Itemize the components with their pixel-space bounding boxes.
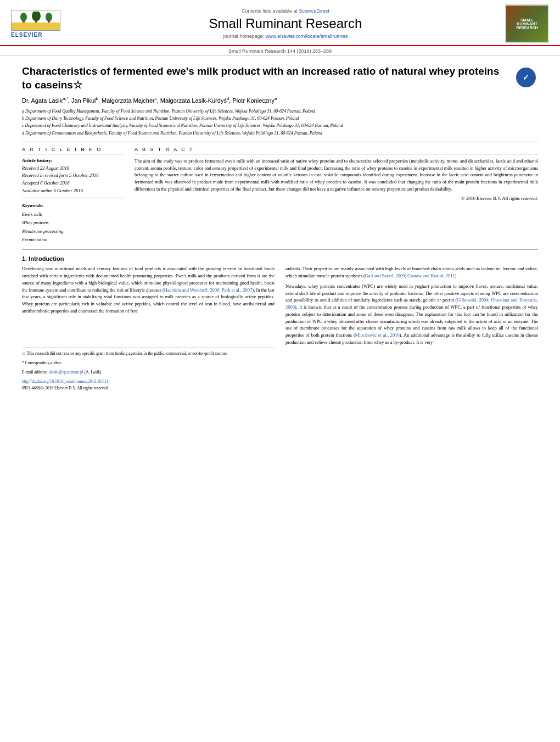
affiliation-a: a Department of Food Quality Management,… — [22, 108, 538, 114]
copyright: © 2016 Elsevier B.V. All rights reserved… — [135, 195, 538, 202]
journal-homepage: journal homepage: www.elsevier.com/locat… — [74, 34, 497, 39]
contents-available: Contents lists available at ScienceDirec… — [74, 8, 497, 14]
homepage-url[interactable]: www.elsevier.com/locate/smallrumres — [266, 34, 348, 39]
article-title: Characteristics of fermented ewe's milk … — [22, 65, 508, 92]
footnote-star: ☆ This research did not receive any spec… — [22, 350, 275, 356]
footnotes: ☆ This research did not receive any spec… — [22, 348, 275, 376]
svg-rect-3 — [23, 20, 25, 23]
intro-col2-para2: Nowadays, whey proteins concentrates (WP… — [285, 283, 538, 346]
article-dates: Received 23 August 2016 Received in revi… — [22, 165, 124, 198]
section-title: 1. Introduction — [22, 255, 538, 262]
citation-line: Small Ruminant Research 144 (2016) 283–2… — [0, 46, 560, 56]
authors: Dr. Agata Lasika,*, Jan Pikulb, Małgorza… — [22, 96, 538, 104]
journal-center: Contents lists available at ScienceDirec… — [66, 8, 505, 39]
elsevier-text: ELSEVIER — [11, 32, 42, 38]
issn: 0921-4488/© 2016 Elsevier B.V. All right… — [22, 386, 109, 390]
footnote-email: E-mail address: alasik@up.poznan.pl (A. … — [22, 369, 275, 375]
journal-header: ELSEVIER Contents lists available at Sci… — [0, 0, 560, 46]
keywords-list: Ewe's milk Whey proteins Membrane proces… — [22, 210, 124, 244]
affiliations: a Department of Food Quality Management,… — [22, 108, 538, 136]
ref-gad[interactable]: Gad and Sayed, 2009; Gustaw and Kozioł, … — [365, 273, 455, 278]
doi-section: http://dx.doi.org/10.1016/j.smallrumres.… — [22, 378, 275, 391]
intro-col2: radicals. Their properties are mainly as… — [285, 265, 538, 391]
email-link[interactable]: alasik@up.poznan.pl — [49, 370, 83, 375]
svg-point-6 — [46, 13, 52, 21]
introduction-section: 1. Introduction Developing new nutrition… — [22, 255, 538, 391]
journal-logo-right: SMALLRUMINANTRESEARCH — [505, 4, 549, 43]
intro-col2-para1: radicals. Their properties are mainly as… — [285, 265, 538, 280]
intro-para1: Developing new nutritional needs and sen… — [22, 265, 275, 314]
ref-miocinovic[interactable]: Miocinovic et al., 2016 — [355, 332, 400, 338]
abstract-text: The aim of the study was to produce ferm… — [135, 158, 538, 202]
divider-2 — [22, 249, 538, 250]
sciencedirect-link[interactable]: ScienceDirect — [299, 8, 330, 14]
article-info-column: A R T I C L E I N F O Article history: R… — [22, 147, 124, 244]
ref-haenlein[interactable]: Haenlein and Wendorff, 2006; Park et al.… — [164, 287, 253, 293]
svg-rect-5 — [35, 20, 37, 23]
crossmark-logo: ✓ — [513, 65, 538, 90]
crossmark-circle: ✓ — [516, 68, 536, 87]
article-info-abstract: A R T I C L E I N F O Article history: R… — [22, 147, 538, 244]
article-title-section: Characteristics of fermented ewe's milk … — [22, 65, 538, 92]
journal-logo-inner: SMALLRUMINANTRESEARCH — [506, 5, 548, 42]
divider-1 — [22, 142, 538, 142]
doi-link[interactable]: http://dx.doi.org/10.1016/j.smallrumres.… — [22, 379, 108, 384]
svg-rect-1 — [14, 23, 59, 29]
intro-two-col: Developing new nutritional needs and sen… — [22, 265, 538, 391]
abstract-heading: A B S T R A C T — [135, 147, 538, 154]
intro-col1: Developing new nutritional needs and sen… — [22, 265, 275, 391]
elsevier-logo: ELSEVIER — [11, 10, 66, 38]
affiliation-b: b Department of Dairy Technology, Facult… — [22, 115, 538, 121]
abstract-column: A B S T R A C T The aim of the study was… — [135, 147, 538, 244]
main-content: Characteristics of fermented ewe's milk … — [0, 56, 560, 397]
history-label: Article history: — [22, 158, 124, 163]
svg-point-2 — [20, 13, 27, 21]
elsevier-logo-image — [11, 10, 60, 31]
svg-rect-7 — [48, 20, 50, 23]
affiliation-c: c Department of Food Chemistry and Instr… — [22, 122, 538, 129]
article-info-heading: A R T I C L E I N F O — [22, 147, 124, 154]
footnote-corresponding: * Corresponding author. — [22, 360, 275, 366]
journal-name: Small Ruminant Research — [74, 16, 497, 31]
affiliation-d: d Department of Fermentation and Biosynt… — [22, 130, 538, 136]
keywords-label: Keywords: — [22, 203, 124, 208]
ref-glibowski[interactable]: Glibowski, 2004; Onwulata and Tomasula, … — [285, 297, 538, 310]
